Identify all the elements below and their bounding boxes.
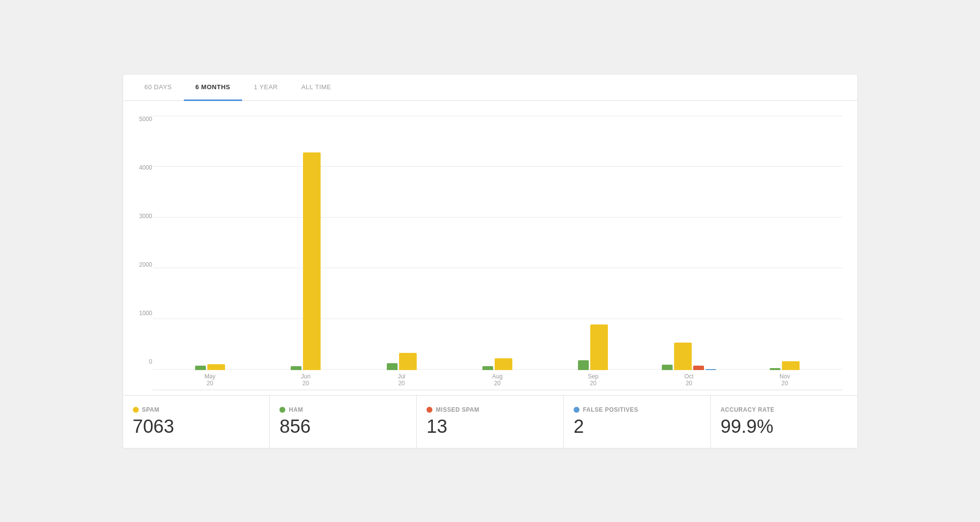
x-label-group: Sep20 xyxy=(545,370,641,390)
y-axis-label: 0 xyxy=(149,358,152,365)
bar-ham xyxy=(387,363,398,370)
tab-60-days[interactable]: 60 DAYS xyxy=(133,75,184,101)
stats-bar: SPAM7063HAM856MISSED SPAM13FALSE POSITIV… xyxy=(123,395,857,448)
stat-cell-ham: HAM856 xyxy=(270,396,417,448)
y-axis-label: 2000 xyxy=(139,261,152,268)
y-axis: 500040003000200010000 xyxy=(128,116,152,366)
main-card: 60 DAYS6 MONTHS1 YEARALL TIME 5000400030… xyxy=(123,74,858,448)
x-label-month: Aug xyxy=(492,373,503,380)
x-label-year: 20 xyxy=(781,380,788,387)
bars-row xyxy=(450,358,545,370)
stat-label-row: FALSE POSITIVES xyxy=(574,406,638,413)
month-group xyxy=(162,364,258,370)
month-group xyxy=(737,361,832,370)
bar-spam xyxy=(590,324,608,370)
stat-value: 13 xyxy=(427,416,447,437)
bar-spam xyxy=(207,364,225,370)
tab-6-months[interactable]: 6 MONTHS xyxy=(184,75,242,101)
x-label-group: Nov20 xyxy=(737,370,832,390)
bars-container xyxy=(152,116,843,370)
x-label-month: May xyxy=(204,373,216,380)
x-label-year: 20 xyxy=(686,380,692,387)
tab-all-time[interactable]: ALL TIME xyxy=(290,75,343,101)
stat-value: 7063 xyxy=(133,416,175,437)
month-group xyxy=(641,343,737,370)
x-label-month: Jun xyxy=(301,373,310,380)
stat-cell-accuracy-rate: ACCURACY RATE99.9% xyxy=(711,396,857,448)
x-labels: May20Jun20Jul20Aug20Sep20Oct20Nov20 xyxy=(152,370,843,390)
y-axis-label: 1000 xyxy=(139,310,152,317)
x-label-month: Nov xyxy=(779,373,790,380)
x-label-group: Aug20 xyxy=(450,370,545,390)
x-label-month: Sep xyxy=(588,373,598,380)
x-label-year: 20 xyxy=(590,380,596,387)
stat-cell-missed-spam: MISSED SPAM13 xyxy=(417,396,564,448)
bar-ham xyxy=(578,360,589,370)
stat-dot xyxy=(427,407,432,413)
bar-spam xyxy=(674,343,692,370)
bars-row xyxy=(353,353,449,370)
month-group xyxy=(353,353,449,370)
chart-area: 500040003000200010000 May20Jun20Jul20Aug… xyxy=(123,101,857,395)
bar-ham xyxy=(291,366,302,370)
stat-label-row: MISSED SPAM xyxy=(427,406,479,413)
x-label-group: Oct20 xyxy=(641,370,737,390)
x-label-month: Jul xyxy=(398,373,405,380)
bars-row xyxy=(258,152,353,370)
x-label-group: Jul20 xyxy=(353,370,449,390)
bars-row xyxy=(545,324,641,370)
bars-row xyxy=(641,343,737,370)
stat-dot xyxy=(279,407,285,413)
x-label-month: Oct xyxy=(684,373,694,380)
bar-ham xyxy=(482,366,493,370)
x-label-year: 20 xyxy=(207,380,213,387)
stat-cell-spam: SPAM7063 xyxy=(123,396,270,448)
x-label-year: 20 xyxy=(494,380,501,387)
month-group xyxy=(545,324,641,370)
stat-label-row: ACCURACY RATE xyxy=(721,406,775,413)
x-label-group: May20 xyxy=(162,370,258,390)
stat-label: MISSED SPAM xyxy=(436,406,479,413)
stat-label: HAM xyxy=(289,406,303,413)
stat-label: ACCURACY RATE xyxy=(721,406,775,413)
stat-label: SPAM xyxy=(142,406,160,413)
x-label-year: 20 xyxy=(398,380,404,387)
x-label-group: Jun20 xyxy=(258,370,353,390)
stat-value: 856 xyxy=(279,416,310,437)
month-group xyxy=(258,152,353,370)
tab-1-year[interactable]: 1 YEAR xyxy=(242,75,290,101)
chart-inner: May20Jun20Jul20Aug20Sep20Oct20Nov20 xyxy=(152,116,843,390)
bar-ham xyxy=(195,366,206,370)
bar-spam xyxy=(782,361,800,370)
stat-dot xyxy=(574,407,579,413)
stat-value: 2 xyxy=(574,416,584,437)
bar-spam xyxy=(303,152,321,370)
x-label-year: 20 xyxy=(302,380,309,387)
bar-missed xyxy=(693,366,704,370)
stat-value: 99.9% xyxy=(721,416,774,437)
bar-spam xyxy=(495,358,512,370)
bars-row xyxy=(162,364,258,370)
tabs-container: 60 DAYS6 MONTHS1 YEARALL TIME xyxy=(123,75,857,101)
bar-ham xyxy=(662,365,673,370)
y-axis-label: 4000 xyxy=(139,164,152,171)
stat-label: FALSE POSITIVES xyxy=(583,406,638,413)
stat-label-row: HAM xyxy=(279,406,303,413)
stat-label-row: SPAM xyxy=(133,406,160,413)
y-axis-label: 5000 xyxy=(139,116,152,123)
bar-spam xyxy=(399,353,417,370)
stat-cell-false-positives: FALSE POSITIVES2 xyxy=(564,396,711,448)
month-group xyxy=(450,358,545,370)
y-axis-label: 3000 xyxy=(139,213,152,220)
stat-dot xyxy=(133,407,139,413)
bars-row xyxy=(737,361,832,370)
